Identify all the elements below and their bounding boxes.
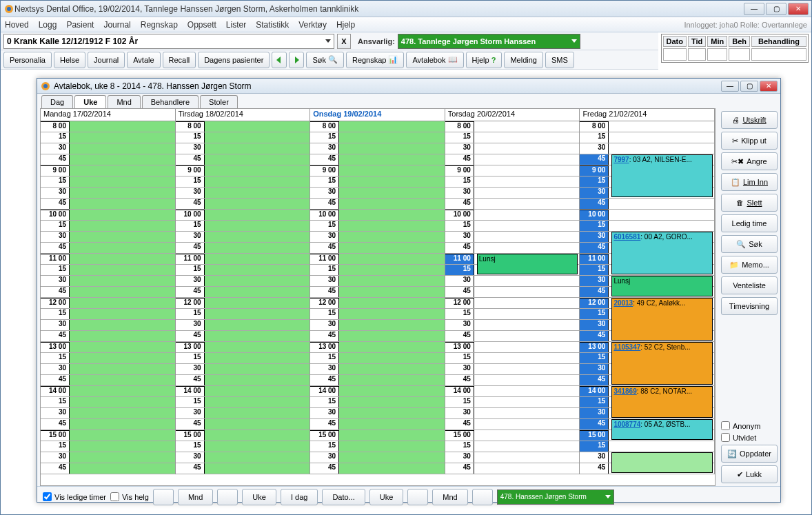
avtalebok-button[interactable]: Avtalebok📖 xyxy=(406,52,463,68)
time-slot[interactable] xyxy=(609,132,714,143)
memo-button[interactable]: 📁 Memo... xyxy=(721,256,778,274)
lukk-button[interactable]: ✔ Lukk xyxy=(721,465,778,483)
time-slot[interactable] xyxy=(474,463,580,474)
time-slot[interactable] xyxy=(339,463,445,474)
ansvarlig-selector[interactable]: 478. Tannlege Jørgen Storm Hanssen xyxy=(398,34,580,49)
personalia-button[interactable]: Personalia xyxy=(3,52,52,68)
time-slot[interactable] xyxy=(205,276,310,286)
appointment[interactable]: 341869: 88 C2, NOTAR... xyxy=(611,386,713,418)
inner-minimize-button[interactable]: — xyxy=(721,81,739,92)
time-slot[interactable] xyxy=(70,441,175,452)
time-slot[interactable] xyxy=(70,221,175,231)
day-column[interactable]: 8 001530459 0015304510 0015304511 001530… xyxy=(445,121,580,474)
time-slot[interactable] xyxy=(70,430,175,441)
time-slot[interactable] xyxy=(205,364,310,374)
time-slot[interactable] xyxy=(609,221,714,231)
timevisning-button[interactable]: Timevisning xyxy=(721,297,778,315)
appointment[interactable]: 20013: 49 C2, Aaløkk... xyxy=(611,298,713,341)
time-slot[interactable] xyxy=(474,154,580,165)
menu-lister[interactable]: Lister xyxy=(226,20,246,30)
time-slot[interactable] xyxy=(70,320,175,330)
time-slot[interactable] xyxy=(70,121,175,132)
time-slot[interactable] xyxy=(205,154,310,165)
time-slot[interactable] xyxy=(70,452,175,463)
day-column[interactable]: 8 001530459 0015304510 0015304511 001530… xyxy=(580,121,715,474)
time-slot[interactable] xyxy=(474,331,580,341)
time-slot[interactable] xyxy=(205,143,310,154)
time-slot[interactable] xyxy=(70,176,175,187)
menu-oppsett[interactable]: Oppsett xyxy=(187,20,216,30)
menu-hoved[interactable]: Hoved xyxy=(5,20,29,30)
time-slot[interactable] xyxy=(339,342,445,352)
time-slot[interactable] xyxy=(339,298,445,308)
time-slot[interactable] xyxy=(205,441,310,452)
time-slot[interactable] xyxy=(205,397,310,407)
time-slot[interactable] xyxy=(205,221,310,231)
melding-button[interactable]: Melding xyxy=(504,52,543,68)
time-slot[interactable] xyxy=(70,143,175,154)
time-slot[interactable] xyxy=(474,210,580,220)
time-slot[interactable] xyxy=(474,243,580,253)
calendar-grid[interactable]: Mandag 17/02/2014Tirsdag 18/02/2014Onsda… xyxy=(40,108,715,486)
clear-patient-button[interactable]: X xyxy=(337,34,351,49)
time-slot[interactable] xyxy=(205,408,310,418)
time-slot[interactable] xyxy=(474,353,580,363)
time-slot[interactable] xyxy=(205,375,310,385)
time-slot[interactable] xyxy=(339,386,445,396)
time-slot[interactable] xyxy=(339,232,445,242)
uke-back-button[interactable]: Uke xyxy=(242,489,276,505)
time-slot[interactable] xyxy=(70,375,175,385)
time-slot[interactable] xyxy=(205,132,310,143)
next-month-button[interactable] xyxy=(472,489,493,505)
utvidet-checkbox[interactable]: Utvidet xyxy=(721,433,778,442)
time-slot[interactable] xyxy=(205,243,310,253)
time-slot[interactable] xyxy=(339,375,445,385)
time-slot[interactable] xyxy=(474,221,580,231)
regnskap-button[interactable]: Regnskap📊 xyxy=(346,52,405,68)
recall-button[interactable]: Recall xyxy=(163,52,196,68)
time-slot[interactable] xyxy=(205,463,310,474)
time-slot[interactable] xyxy=(474,342,580,352)
oppdater-button[interactable]: 🔄 Oppdater xyxy=(721,445,778,463)
sok-side-button[interactable]: 🔍 Søk xyxy=(721,235,778,253)
inner-maximize-button[interactable]: ▢ xyxy=(740,81,758,92)
mnd-fwd-button[interactable]: Mnd xyxy=(432,489,467,505)
time-slot[interactable] xyxy=(339,353,445,363)
inner-close-button[interactable]: ✕ xyxy=(760,81,778,92)
time-slot[interactable] xyxy=(70,353,175,363)
time-slot[interactable] xyxy=(205,265,310,275)
lim-inn-button[interactable]: 📋 Lim Inn xyxy=(721,173,778,191)
time-slot[interactable] xyxy=(339,165,445,176)
time-slot[interactable] xyxy=(339,287,445,297)
time-slot[interactable] xyxy=(205,176,310,187)
helse-button[interactable]: Helse xyxy=(54,52,85,68)
hjelp-button[interactable]: Hjelp? xyxy=(466,52,503,68)
time-slot[interactable] xyxy=(339,408,445,418)
practitioner-selector[interactable]: 478. Hanssen Jørgen Storm xyxy=(497,489,614,505)
time-slot[interactable] xyxy=(609,210,714,220)
time-slot[interactable] xyxy=(474,121,580,132)
time-slot[interactable] xyxy=(474,386,580,396)
time-slot[interactable] xyxy=(474,143,580,154)
time-slot[interactable] xyxy=(339,143,445,154)
time-slot[interactable] xyxy=(339,419,445,430)
next-button[interactable] xyxy=(289,52,304,68)
mnd-back-button[interactable]: Mnd xyxy=(178,489,213,505)
time-slot[interactable] xyxy=(70,154,175,165)
time-slot[interactable] xyxy=(339,276,445,286)
time-slot[interactable] xyxy=(339,199,445,209)
time-slot[interactable] xyxy=(339,441,445,452)
time-slot[interactable] xyxy=(205,199,310,209)
time-slot[interactable] xyxy=(474,419,580,430)
time-slot[interactable] xyxy=(474,176,580,187)
time-slot[interactable] xyxy=(205,254,310,264)
prev-month-button[interactable] xyxy=(153,489,174,505)
time-slot[interactable] xyxy=(70,298,175,308)
time-slot[interactable] xyxy=(205,331,310,341)
time-slot[interactable] xyxy=(205,430,310,441)
slett-button[interactable]: 🗑 Slett xyxy=(721,194,778,212)
sok-button[interactable]: Søk🔍 xyxy=(306,52,344,68)
time-slot[interactable] xyxy=(609,199,714,209)
time-slot[interactable] xyxy=(70,309,175,319)
utskrift-button[interactable]: 🖨 Utskrift xyxy=(721,111,778,129)
